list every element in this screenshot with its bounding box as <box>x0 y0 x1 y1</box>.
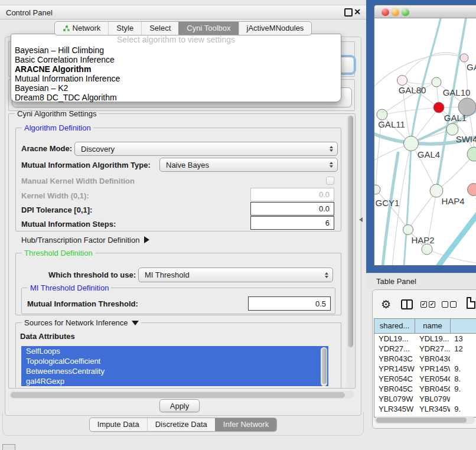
column-view-icon[interactable] <box>401 299 413 309</box>
table-row[interactable]: YBL079WYBL079W <box>374 394 476 404</box>
table-cell: 8. <box>450 374 476 384</box>
kernel-width-input[interactable]: 0.0 <box>250 188 334 201</box>
gear-icon[interactable]: ⚙ <box>381 298 391 311</box>
which-threshold-label: Which threshold to use: <box>48 270 136 280</box>
settings-hscrollbar-thumb[interactable] <box>11 392 345 398</box>
algorithm-option[interactable]: ARACNE Algorithm <box>11 64 341 74</box>
float-panel-icon[interactable] <box>344 8 353 17</box>
table-cell <box>450 394 476 404</box>
table-row[interactable]: YDR27...YDR27...12 <box>374 344 476 354</box>
network-node[interactable] <box>460 54 468 62</box>
network-node[interactable] <box>446 123 458 135</box>
attributes-scrollbar-thumb[interactable] <box>322 348 327 384</box>
table-cell: YER054C <box>415 374 450 384</box>
column-header[interactable] <box>451 319 476 333</box>
tab-infer-network[interactable]: Infer Network <box>215 418 276 431</box>
table-cell: YDR27... <box>415 344 450 354</box>
tab-discretize-data[interactable]: Discretize Data <box>147 418 215 431</box>
apply-button[interactable]: Apply <box>159 399 200 412</box>
dpi-tolerance-input[interactable]: 0.0 <box>250 202 334 216</box>
close-panel-icon[interactable]: ✕ <box>353 5 362 18</box>
settings-scrollbar-thumb[interactable] <box>348 116 353 347</box>
list-item[interactable]: gal4RGexp <box>21 376 328 386</box>
network-node[interactable] <box>432 77 441 87</box>
network-canvas[interactable]: GALGAL80GAL10GAL1GAL11SWI4GAL4GCY1HAP4YH… <box>374 18 476 266</box>
tab-jactivemnodules[interactable]: jActiveMNodules <box>239 22 312 35</box>
manual-kernel-checkbox[interactable] <box>326 177 334 185</box>
expander-expanded-icon[interactable] <box>132 321 139 325</box>
checked-box-icon: ✓ <box>420 301 427 308</box>
mi-steps-label: Mutual Information Steps: <box>21 220 116 229</box>
network-edge[interactable] <box>374 55 464 86</box>
network-node[interactable] <box>468 184 476 196</box>
mi-type-select[interactable]: Naive Bayes <box>159 158 338 172</box>
node-label: GAL80 <box>399 85 426 95</box>
new-table-icon[interactable] <box>467 297 475 309</box>
network-node[interactable] <box>374 185 380 194</box>
table-body: YDL19...YDL19...13YDR27...YDR27...12YBR0… <box>374 333 476 417</box>
panel-corner-icon[interactable] <box>2 444 15 450</box>
table-row[interactable]: YLR345WYLR345W9. <box>374 404 476 414</box>
hub-expander[interactable]: Hub/Transcription Factor Definition <box>21 236 149 245</box>
zoom-window-icon[interactable] <box>402 8 409 16</box>
mi-steps-value: 6 <box>325 219 330 227</box>
mi-threshold-input[interactable]: 0.5 <box>248 296 331 311</box>
table-row[interactable]: YBR043CYBR043C <box>374 354 476 364</box>
sources-title: Sources for Network Inference <box>22 318 141 327</box>
network-node[interactable] <box>467 147 476 161</box>
algorithm-option[interactable]: Dream8 DC_TDC Algorithm <box>11 93 341 102</box>
network-node[interactable] <box>422 244 432 255</box>
network-node[interactable] <box>377 109 387 120</box>
splitter-handle-icon[interactable] <box>359 217 363 222</box>
dpi-tolerance-label: DPI Tolerance [0,1]: <box>21 206 92 215</box>
aracne-mode-select[interactable]: Discovery <box>74 142 338 156</box>
stepper-icon <box>330 146 333 152</box>
network-view-window[interactable]: GALGAL80GAL10GAL1GAL11SWI4GAL4GCY1HAP4YH… <box>374 5 476 266</box>
network-edge[interactable] <box>383 153 398 266</box>
network-edge[interactable] <box>438 213 476 266</box>
algorithm-option[interactable]: Basic Correlation Inference <box>11 55 341 64</box>
mi-type-value: Naive Bayes <box>166 161 209 169</box>
network-node[interactable] <box>404 136 419 151</box>
mi-steps-input[interactable]: 6 <box>250 216 334 230</box>
algorithm-option[interactable]: Bayesian – K2 <box>11 83 341 93</box>
algorithm-option[interactable]: Bayesian – Hill Climbing <box>11 45 341 55</box>
network-node[interactable] <box>433 102 444 113</box>
table-row[interactable]: YBR045CYBR045C9. <box>374 384 476 394</box>
tab-style[interactable]: Style <box>108 22 141 35</box>
minimize-window-icon[interactable] <box>392 8 399 16</box>
node-label: SWI4 <box>456 134 476 144</box>
network-node[interactable] <box>403 225 413 235</box>
algorithm-dropdown-popup: Select algorithm to view settings Bayesi… <box>11 34 341 102</box>
select-all-icon[interactable]: ✓ ✓ <box>420 301 435 308</box>
algorithm-option[interactable]: Mutual Information Inference <box>11 74 341 83</box>
network-node[interactable] <box>430 184 443 197</box>
expander-collapsed-icon[interactable] <box>144 236 149 243</box>
tab-network[interactable]: Network <box>55 22 109 35</box>
node-label: GAL4 <box>418 149 440 159</box>
column-header[interactable]: name <box>415 319 450 333</box>
list-item[interactable]: BetweennessCentrality <box>21 366 328 376</box>
column-header[interactable]: shared... <box>374 319 415 333</box>
which-threshold-select[interactable]: MI Threshold <box>138 268 333 282</box>
network-edge[interactable] <box>404 144 411 266</box>
table-hscrollbar-thumb[interactable] <box>376 418 467 423</box>
node-label: GAL1 <box>444 113 467 123</box>
node-label: GCY1 <box>376 198 400 208</box>
tab-select[interactable]: Select <box>141 22 178 35</box>
network-edge[interactable] <box>408 191 436 230</box>
table-row[interactable]: YER054CYER054C8. <box>374 374 476 384</box>
table-row[interactable]: YPR145WYPR145W9. <box>374 364 476 374</box>
dpi-tolerance-value: 0.0 <box>319 204 330 213</box>
network-node[interactable] <box>397 76 407 86</box>
tab-cyni-toolbox[interactable]: Cyni Toolbox <box>178 22 238 35</box>
list-item[interactable]: SelfLoops <box>21 346 328 356</box>
table-row[interactable]: YDL19...YDL19...13 <box>374 334 476 344</box>
mi-threshold-group-title: MI Threshold Definition <box>28 283 111 292</box>
close-window-icon[interactable] <box>382 8 389 16</box>
list-item[interactable]: TopologicalCoefficient <box>21 356 328 366</box>
tab-impute-data[interactable]: Impute Data <box>90 418 147 431</box>
network-window-titlebar[interactable] <box>374 5 476 18</box>
data-attributes-list[interactable]: SelfLoopsTopologicalCoefficientBetweenne… <box>21 346 328 387</box>
deselect-all-icon[interactable] <box>442 301 457 308</box>
